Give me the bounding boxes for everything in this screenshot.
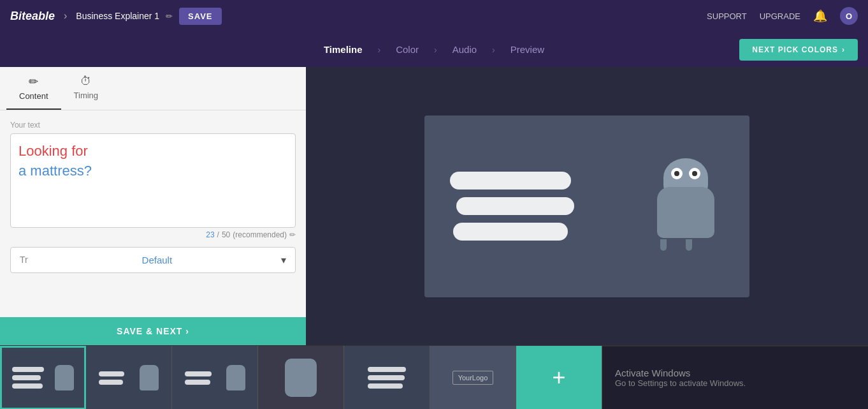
text-field-label: Your text: [10, 121, 296, 130]
character-eye-left: [671, 168, 683, 179]
font-icon: Tr: [20, 255, 28, 265]
filmstrip-thumb-2[interactable]: [86, 346, 172, 409]
filmstrip-thumb-4[interactable]: [258, 346, 344, 409]
thumb-6-inner: YourLogo: [430, 346, 516, 409]
filmstrip-thumb-6[interactable]: YourLogo: [430, 346, 516, 409]
preview-label: Preview: [510, 44, 544, 55]
notification-bell-icon[interactable]: 🔔: [813, 9, 827, 23]
wizard-step-audio[interactable]: Audio: [437, 44, 492, 55]
character-leg-right: [686, 239, 692, 251]
mini-line-1a: [12, 367, 44, 372]
panel-body: Your text Looking for a mattress? 23 / 5…: [0, 110, 306, 317]
mini-lines-1: [12, 367, 44, 389]
wizard-nav: Timeline › Color › Audio › Preview NEXT …: [0, 32, 868, 67]
thumb-4-inner: [258, 346, 344, 409]
project-title: Business Explainer 1: [76, 11, 159, 21]
thumb-1-inner: [2, 348, 84, 408]
next-pick-colors-button[interactable]: NEXT PICK COLORS ›: [739, 39, 858, 61]
scene-line-2: [456, 197, 574, 215]
wizard-step-timeline[interactable]: Timeline: [308, 44, 378, 55]
add-icon: +: [552, 364, 565, 391]
char-separator: /: [217, 230, 219, 239]
scene-preview: [424, 115, 749, 297]
mini-lines-5: [368, 367, 406, 389]
upgrade-link[interactable]: UPGRADE: [760, 11, 800, 21]
mini-line-3a: [185, 371, 212, 376]
thumb-2-inner: [86, 346, 171, 409]
mini-line-3b: [185, 380, 210, 385]
char-recommended: (recommended): [233, 230, 287, 239]
filmstrip: YourLogo + Activate Windows Go to Settin…: [0, 345, 868, 409]
filmstrip-add-button[interactable]: +: [516, 346, 602, 409]
wizard-step-preview[interactable]: Preview: [495, 44, 560, 55]
filmstrip-thumb-1[interactable]: [0, 346, 86, 409]
character-leg-left: [660, 239, 667, 251]
character-pupil-left: [674, 171, 679, 176]
timeline-label: Timeline: [324, 44, 363, 55]
mini-char-3: [226, 365, 245, 390]
mini-line-5b: [368, 375, 405, 380]
scene-lines: [450, 172, 647, 241]
filmstrip-thumb-3[interactable]: [172, 346, 258, 409]
mini-line-1c: [12, 383, 43, 389]
activate-windows-notice: Activate Windows Go to Settings to activ…: [602, 368, 868, 388]
save-button[interactable]: SAVE: [179, 8, 221, 25]
top-nav: Biteable › Business Explainer 1 ✏ SAVE S…: [0, 0, 868, 32]
mini-char-1: [55, 365, 74, 390]
color-label: Color: [396, 44, 419, 55]
support-link[interactable]: SUPPORT: [707, 11, 747, 21]
mini-line-2a: [99, 371, 124, 376]
tab-content[interactable]: ✏ Content: [6, 67, 61, 110]
thumb-char-4: [285, 359, 317, 397]
user-avatar[interactable]: O: [840, 7, 858, 25]
text-line-1: Looking for: [18, 142, 287, 161]
mini-line-2b: [99, 380, 123, 385]
edit-char-icon[interactable]: ✏: [289, 230, 296, 239]
wizard-step-color[interactable]: Color: [380, 44, 434, 55]
chevron-down-icon: ▾: [281, 254, 286, 266]
char-count: 23 / 50 (recommended) ✏: [10, 230, 296, 239]
scene-line-1: [450, 172, 571, 190]
clock-icon: ⏱: [80, 75, 92, 88]
nav-right: SUPPORT UPGRADE 🔔 O: [707, 7, 858, 25]
thumb-3-inner: [172, 346, 257, 409]
scene-character: [647, 161, 724, 251]
character-eye-right: [689, 168, 700, 179]
logo-placeholder: YourLogo: [452, 371, 494, 385]
pencil-icon: ✏: [29, 75, 38, 89]
activate-title: Activate Windows: [615, 368, 690, 378]
tab-timing-label: Timing: [74, 91, 99, 100]
character-legs: [660, 239, 692, 251]
thumb-5-inner: [344, 346, 430, 409]
save-next-button[interactable]: SAVE & NEXT ›: [0, 317, 306, 345]
mini-lines-2: [99, 371, 124, 385]
char-limit: 50: [222, 230, 230, 239]
activate-sub: Go to Settings to activate Windows.: [615, 378, 746, 388]
font-dropdown[interactable]: Tr Default ▾: [10, 247, 296, 273]
character-body: [657, 187, 714, 238]
preview-area: [306, 67, 868, 345]
nav-chevron: ›: [64, 10, 67, 22]
mini-line-5c: [368, 383, 403, 389]
edit-icon[interactable]: ✏: [166, 11, 173, 21]
tab-timing[interactable]: ⏱ Timing: [61, 67, 112, 110]
left-panel: ✏ Content ⏱ Timing Your text Looking for…: [0, 67, 306, 345]
tab-content-label: Content: [19, 91, 48, 101]
font-value: Default: [142, 255, 173, 265]
mini-line-5a: [368, 367, 406, 372]
mini-char-2: [140, 365, 159, 390]
character-pupil-right: [692, 171, 697, 176]
text-area-wrapper[interactable]: Looking for a mattress?: [10, 133, 296, 228]
next-label: NEXT PICK COLORS: [752, 45, 838, 54]
char-current: 23: [206, 230, 214, 239]
next-arrow-icon: ›: [842, 45, 845, 54]
mini-line-1b: [12, 375, 41, 380]
text-line-2: a mattress?: [18, 161, 287, 181]
mini-lines-3: [185, 371, 212, 385]
filmstrip-thumb-5[interactable]: [344, 346, 430, 409]
logo[interactable]: Biteable: [10, 10, 55, 23]
tabs: ✏ Content ⏱ Timing: [0, 67, 306, 110]
text-area-content: Looking for a mattress?: [18, 142, 287, 181]
audio-label: Audio: [452, 44, 477, 55]
scene-line-3: [453, 223, 568, 241]
